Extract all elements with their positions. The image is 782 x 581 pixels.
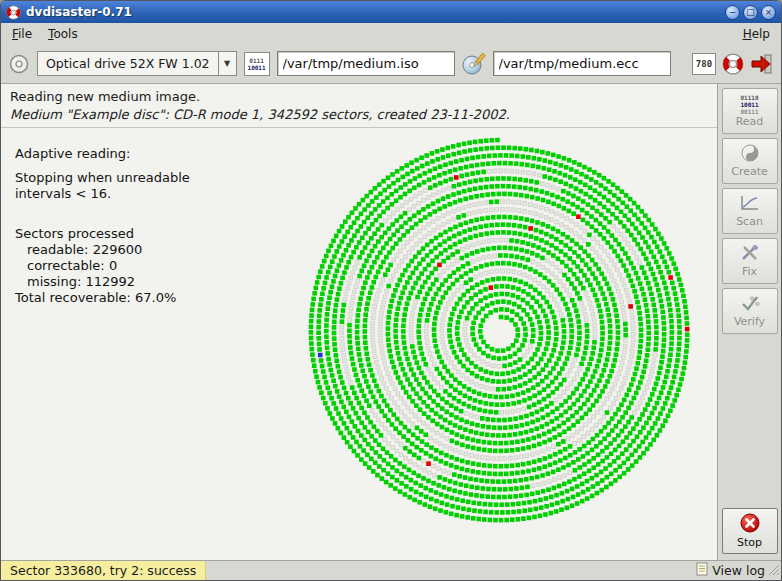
scan-label: Scan (736, 216, 763, 228)
stat-correctable: correctable: 0 (15, 258, 190, 274)
drive-select[interactable]: Optical drive 52X FW 1.02 ▼ (37, 51, 237, 76)
ecc-file-icon (462, 52, 486, 76)
stat-missing: missing: 112992 (15, 274, 190, 290)
content-area: Reading new medium image. Medium "Exampl… (1, 84, 781, 560)
image-file-icon-row: 0111 (249, 57, 263, 64)
stat-readable: readable: 229600 (15, 242, 190, 258)
action-sidebar: 01110 10011 00111 Read Create (717, 84, 781, 560)
create-yinyang-icon (741, 144, 759, 165)
scan-chart-icon (740, 195, 760, 215)
read-label: Read (736, 116, 764, 128)
stop-button[interactable]: Stop (722, 508, 778, 554)
stop-label: Stop (737, 537, 762, 549)
menu-file[interactable]: File (4, 25, 40, 43)
chevron-down-icon[interactable]: ▼ (218, 52, 236, 75)
statusbar: Sector 333680, try 2: success View log (1, 560, 781, 580)
fix-tools-icon (740, 245, 760, 265)
sectors-title: Sectors processed (15, 226, 190, 242)
preferences-icon[interactable]: 780 (692, 53, 716, 75)
read-button[interactable]: 01110 10011 00111 Read (722, 88, 778, 134)
stat-label: correctable: (27, 258, 105, 273)
read-binary-icon: 01110 10011 00111 (740, 94, 758, 115)
app-logo-icon (6, 5, 21, 20)
drive-select-value: Optical drive 52X FW 1.02 (38, 52, 218, 75)
main-column: Reading new medium image. Medium "Exampl… (1, 84, 717, 560)
stat-total: Total recoverable: 67.0% (15, 290, 190, 306)
preferences-icon-text: 780 (696, 59, 712, 69)
read-icon-row: 10011 (740, 101, 758, 108)
view-log-label: View log (712, 563, 765, 578)
verify-button[interactable]: Verify (722, 288, 778, 334)
titlebar[interactable]: dvdisaster-0.71 − □ × (1, 1, 781, 23)
create-label: Create (731, 166, 768, 178)
fix-button[interactable]: Fix (722, 238, 778, 284)
read-icon-row: 00111 (740, 108, 758, 115)
read-icon-row: 01110 (740, 94, 758, 101)
stat-label: readable: (27, 242, 88, 257)
menubar: File Tools Help (1, 23, 781, 44)
info-line1: Reading new medium image. (10, 88, 708, 106)
verify-check-icon (740, 295, 760, 315)
maximize-button[interactable]: □ (743, 5, 758, 20)
stopping-line2: intervals < 16. (15, 186, 190, 202)
stat-label: Total recoverable: (15, 290, 131, 305)
window-title: dvdisaster-0.71 (26, 5, 132, 19)
reading-panel: Adaptive reading: Stopping when unreadab… (1, 128, 717, 560)
stat-value: 112992 (85, 274, 135, 289)
app-window: dvdisaster-0.71 − □ × File Tools Help Op… (0, 0, 782, 581)
verify-label: Verify (734, 316, 765, 328)
log-page-icon (696, 562, 708, 579)
adaptive-title: Adaptive reading: (15, 146, 190, 162)
reading-stats: Adaptive reading: Stopping when unreadab… (15, 146, 190, 306)
menu-tools[interactable]: Tools (40, 25, 86, 43)
drive-icon (8, 53, 30, 75)
resize-grip[interactable] (767, 563, 780, 579)
image-path-input[interactable] (277, 51, 455, 76)
sector-spiral-canvas (297, 128, 705, 536)
image-file-icon-row: 10011 (248, 64, 266, 71)
ecc-path-input[interactable] (493, 51, 671, 76)
fix-label: Fix (742, 266, 757, 278)
help-lifering-icon[interactable] (722, 53, 744, 75)
create-button[interactable]: Create (722, 138, 778, 184)
quit-icon[interactable] (750, 53, 774, 75)
toolbar: Optical drive 52X FW 1.02 ▼ 0111 10011 (1, 44, 781, 84)
stat-value: 67.0% (135, 290, 176, 305)
stop-icon (740, 513, 760, 536)
stat-value: 0 (109, 258, 117, 273)
status-infobar: Reading new medium image. Medium "Exampl… (1, 84, 717, 128)
stat-label: missing: (27, 274, 81, 289)
info-line2: Medium "Example disc": CD-R mode 1, 3425… (10, 106, 708, 124)
status-message: Sector 333680, try 2: success (1, 561, 206, 580)
stat-value: 229600 (93, 242, 143, 257)
stopping-line1: Stopping when unreadable (15, 170, 190, 186)
minimize-button[interactable]: − (725, 5, 740, 20)
menu-help[interactable]: Help (735, 25, 778, 43)
scan-button[interactable]: Scan (722, 188, 778, 234)
close-button[interactable]: × (761, 5, 776, 20)
image-file-icon: 0111 10011 (244, 52, 270, 76)
